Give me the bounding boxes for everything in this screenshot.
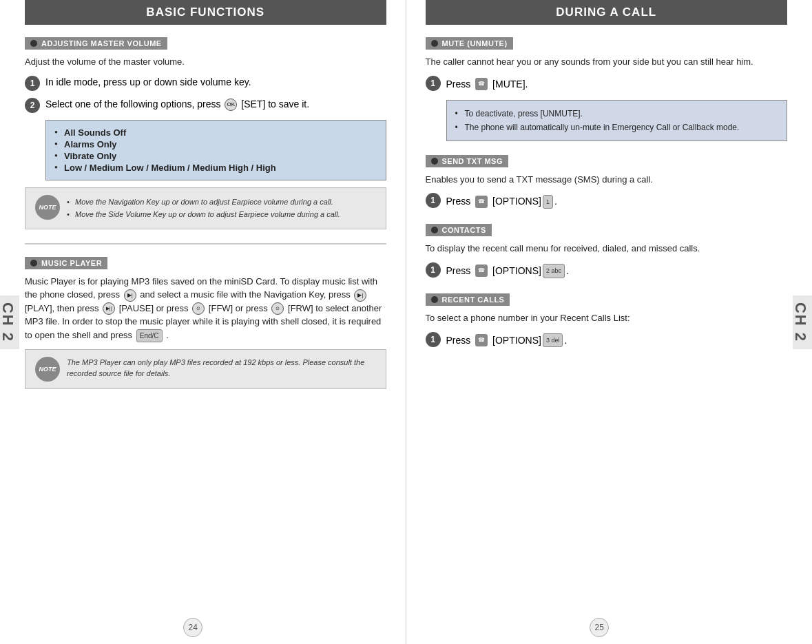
- send-txt-step-1: 1 Press ☎ [OPTIONS] 1 .: [426, 193, 788, 210]
- contacts-phone-icon: ☎: [475, 264, 488, 277]
- recent-calls-phone-icon: ☎: [475, 334, 488, 346]
- mute-info-box: To deactivate, press [UNMUTE]. The phone…: [446, 100, 788, 141]
- recent-calls-step-1: 1 Press ☎ [OPTIONS] 3 del .: [426, 332, 788, 349]
- music-player-desc: Music Player is for playing MP3 files sa…: [25, 275, 386, 342]
- adjusting-volume-section: ADJUSTING MASTER VOLUME Adjust the volum…: [25, 37, 386, 229]
- mute-info-1: To deactivate, press [UNMUTE].: [455, 107, 779, 120]
- send-txt-key-badge: 1: [543, 195, 553, 209]
- during-a-call-header: DURING A CALL: [426, 0, 788, 25]
- note-text: Move the Navigation Key up or down to ad…: [67, 195, 340, 222]
- note-item-2: Move the Side Volume Key up or down to a…: [67, 209, 340, 220]
- send-txt-header: SEND TXT MSG: [426, 155, 509, 167]
- send-txt-step-circle: 1: [426, 193, 441, 208]
- mute-phone-icon: ☎: [475, 78, 488, 90]
- mute-header: MUTE (UNMUTE): [426, 37, 513, 50]
- header-dot: [30, 40, 37, 47]
- page-number-right: 25: [590, 618, 609, 637]
- header-dot-2: [30, 260, 37, 267]
- music-note-box: NOTE The MP3 Player can only play MP3 fi…: [25, 349, 386, 389]
- option-vibrate-only: Vibrate Only: [54, 151, 377, 161]
- ffw-btn-icon: ⊙: [192, 302, 205, 315]
- chapter-label-left: CH 2: [0, 295, 19, 349]
- music-note-text: The MP3 Player can only play MP3 files r…: [67, 357, 376, 380]
- contacts-header: CONTACTS: [426, 224, 492, 236]
- step-1-circle: 1: [25, 76, 40, 91]
- recent-calls-desc: To select a phone number in your Recent …: [426, 311, 788, 325]
- send-txt-dot: [431, 158, 438, 165]
- contacts-section: CONTACTS To display the recent call menu…: [426, 224, 788, 280]
- end-key-badge: End/C: [136, 329, 163, 342]
- volume-step-1: 1 In idle mode, press up or down side vo…: [25, 76, 386, 91]
- frw-btn-icon: ⊙: [271, 302, 284, 315]
- play-btn-icon: ▶|: [354, 289, 366, 302]
- send-txt-section: SEND TXT MSG Enables you to send a TXT m…: [426, 155, 788, 211]
- pause-btn-icon: ▶||: [103, 302, 115, 315]
- send-txt-step-text: Press ☎ [OPTIONS] 1 .: [446, 193, 788, 210]
- mute-step-text: Press ☎ [MUTE].: [446, 76, 788, 93]
- contacts-step-text: Press ☎ [OPTIONS] 2 abc .: [446, 262, 788, 280]
- option-alarms-only: Alarms Only: [54, 139, 377, 149]
- play-icon: ▶|: [124, 289, 136, 302]
- music-player-section: MUSIC PLAYER Music Player is for playing…: [25, 257, 386, 389]
- contacts-desc: To display the recent call menu for rece…: [426, 242, 788, 256]
- contacts-key-badge: 2 abc: [543, 264, 565, 278]
- basic-functions-header: BASIC FUNCTIONS: [25, 0, 386, 25]
- option-volume-levels: Low / Medium Low / Medium / Medium High …: [54, 163, 377, 173]
- music-player-header: MUSIC PLAYER: [25, 257, 107, 269]
- step-1-text: In idle mode, press up or down side volu…: [45, 76, 386, 90]
- contacts-dot: [431, 227, 438, 233]
- chapter-label-right: CH 2: [793, 295, 812, 349]
- send-txt-phone-icon: ☎: [475, 196, 488, 208]
- note-item-1: Move the Navigation Key up or down to ad…: [67, 196, 340, 208]
- recent-calls-header: RECENT CALLS: [426, 293, 510, 306]
- step-2-circle: 2: [25, 98, 40, 113]
- volume-options-list: All Sounds Off Alarms Only Vibrate Only …: [45, 120, 386, 180]
- adjusting-volume-header: ADJUSTING MASTER VOLUME: [25, 37, 167, 50]
- section-divider-1: [25, 243, 386, 245]
- ok-key-icon: OK: [225, 98, 237, 111]
- right-page: CH 2 DURING A CALL MUTE (UNMUTE) The cal…: [406, 0, 813, 644]
- step-2-text: Select one of the following options, pre…: [45, 98, 386, 112]
- mute-step-1: 1 Press ☎ [MUTE].: [426, 76, 788, 93]
- recent-calls-step-circle: 1: [426, 332, 441, 347]
- option-all-sounds-off: All Sounds Off: [54, 127, 377, 138]
- left-page: CH 2 BASIC FUNCTIONS ADJUSTING MASTER VO…: [0, 0, 406, 644]
- recent-calls-key-badge: 3 del: [543, 333, 563, 347]
- contacts-step-circle: 1: [426, 262, 441, 278]
- send-txt-desc: Enables you to send a TXT message (SMS) …: [426, 173, 788, 187]
- page-number-left: 24: [183, 618, 202, 637]
- mute-desc: The caller cannot hear you or any sounds…: [426, 55, 788, 69]
- mute-info-2: The phone will automatically un-mute in …: [455, 121, 779, 134]
- volume-note-box: NOTE Move the Navigation Key up or down …: [25, 187, 386, 229]
- volume-step-2: 2 Select one of the following options, p…: [25, 98, 386, 113]
- note-icon: NOTE: [35, 195, 60, 220]
- recent-calls-step-text: Press ☎ [OPTIONS] 3 del .: [446, 332, 788, 349]
- contacts-step-1: 1 Press ☎ [OPTIONS] 2 abc .: [426, 262, 788, 280]
- mute-section: MUTE (UNMUTE) The caller cannot hear you…: [426, 37, 788, 141]
- mute-step-circle: 1: [426, 76, 441, 91]
- adjusting-volume-desc: Adjust the volume of the master volume.: [25, 55, 386, 69]
- note-icon-2: NOTE: [35, 357, 60, 382]
- recent-calls-dot: [431, 296, 438, 303]
- mute-dot: [431, 40, 438, 47]
- recent-calls-section: RECENT CALLS To select a phone number in…: [426, 293, 788, 349]
